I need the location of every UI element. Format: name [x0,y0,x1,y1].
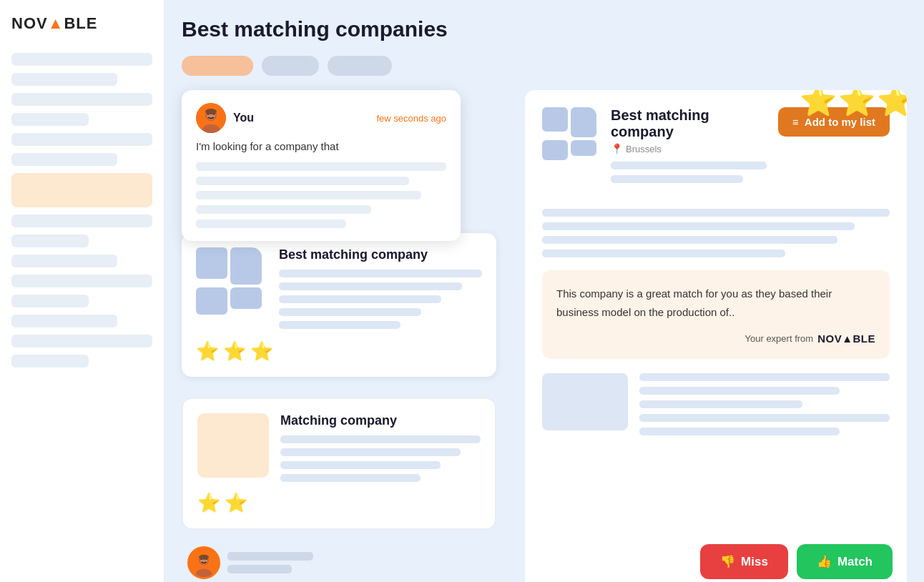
user-avatar [196,103,226,133]
matching-logo [197,413,269,478]
miss-label: Miss [741,555,768,569]
location-pin-icon: 📍 [611,143,623,154]
chat-user: You [196,103,254,133]
chat-skel-3 [196,191,421,199]
right-star-3: ⭐ [877,90,907,118]
chat-bubble: You few seconds ago I'm looking for a co… [182,90,461,241]
logo-block-br [230,287,262,309]
logo-block-bl [196,287,227,315]
bottom-user-info [227,552,313,573]
right-stars: ⭐ ⭐ ⭐ [800,90,907,118]
thumbs-up-icon: 👍 [817,554,832,569]
right-bottom-skeletons [639,373,890,435]
sidebar-item[interactable] [11,153,117,166]
right-bottom-image [542,373,628,430]
chat-skel-2 [196,177,409,185]
svg-point-5 [205,109,217,114]
match-description-text: This company is a great match for you as… [556,285,875,321]
chat-skel-5 [196,220,346,228]
filter-orange[interactable] [182,56,253,76]
sidebar-item[interactable] [11,335,152,347]
bottom-user-bar [187,546,313,579]
star-1: ⭐ [196,340,219,362]
action-buttons: 👎 Miss 👍 Match [700,544,893,579]
right-star-2: ⭐ [838,90,875,118]
matching-star-1: ⭐ [197,492,220,514]
page-title: Best matching companies [182,17,907,41]
company-location: 📍 Brussels [611,143,767,154]
filter-gray-1[interactable] [262,56,319,76]
card-text: Best matching company [279,247,482,329]
matching-text: Matching company [280,413,481,482]
right-company-logo [542,107,599,157]
bu-role-skel [227,565,292,573]
matching-star-2: ⭐ [225,492,247,514]
right-company-info: Best matching company 📍 Brussels [611,107,767,196]
left-column: You few seconds ago I'm looking for a co… [182,90,511,582]
sidebar-item[interactable] [11,113,89,126]
list-icon: ≡ [792,116,799,128]
r-logo-block-tl [542,107,568,132]
sidebar-item[interactable] [11,214,152,227]
content-columns: You few seconds ago I'm looking for a co… [182,90,907,582]
filter-gray-2[interactable] [328,56,392,76]
chat-skeleton [196,162,446,228]
right-header: Best matching company 📍 Brussels ≡ Add t… [542,107,890,196]
chat-username: You [233,112,254,124]
sidebar-item[interactable] [11,295,89,307]
r-logo-block-tr [571,107,596,137]
best-matching-card[interactable]: Best matching company ⭐ ⭐ ⭐ [182,233,496,377]
match-description-box: This company is a great match for you as… [542,270,890,359]
chat-skel-4 [196,205,371,214]
card-stars: ⭐ ⭐ ⭐ [196,340,482,362]
sidebar-item[interactable] [11,355,89,368]
sidebar-item[interactable] [11,255,117,267]
matching-skeleton [280,435,481,482]
right-star-1: ⭐ [800,90,837,118]
matching-company-name: Matching company [280,413,481,428]
right-info-skeleton [611,162,767,183]
r-logo-block-br [571,140,596,156]
bottom-user-avatar [187,546,220,579]
sidebar-item[interactable] [11,133,152,146]
expert-prefix: Your expert from [745,333,814,344]
sidebar-item[interactable] [11,53,152,66]
chat-time: few seconds ago [376,113,446,124]
card-skeleton [279,270,482,329]
sidebar-item[interactable] [11,235,89,247]
card-content: Best matching company [196,247,482,329]
right-company-name: Best matching company [611,107,767,140]
sidebar-item[interactable] [11,315,117,327]
star-2: ⭐ [223,340,246,362]
bu-name-skel [227,552,313,561]
right-bottom-section [542,373,890,435]
novable-brand-logo: NOV▲BLE [817,332,875,345]
logo-block-tl [196,247,227,279]
company-logo [196,247,267,312]
miss-button[interactable]: 👎 Miss [700,544,788,579]
sidebar-menu [11,53,152,368]
filter-bar [182,56,907,76]
sidebar-item[interactable] [11,275,152,287]
right-panel: ⭐ ⭐ ⭐ Best matching company 📍 Brussels [525,90,907,582]
right-detail-skeleton [542,209,890,257]
match-button[interactable]: 👍 Match [797,544,893,579]
star-3: ⭐ [250,340,273,362]
svg-point-11 [199,555,209,560]
chat-skel-1 [196,162,446,171]
sidebar-item[interactable] [11,93,152,106]
r-logo-block-bl [542,140,568,160]
main-content: Best matching companies [164,0,924,582]
sidebar: NOV▲BLE [0,0,164,582]
sidebar-item[interactable] [11,73,117,86]
sidebar-cta[interactable] [11,173,152,207]
card-company-name: Best matching company [279,247,482,262]
thumbs-down-icon: 👎 [720,554,735,569]
logo-block-tr [230,247,262,285]
chat-header: You few seconds ago [196,103,446,133]
matching-card[interactable]: Matching company ⭐ ⭐ [182,398,496,530]
chat-message: I'm looking for a company that [196,140,446,152]
app-logo: NOV▲BLE [11,14,152,33]
match-label: Match [837,555,873,569]
expert-attribution: Your expert from NOV▲BLE [556,332,875,345]
